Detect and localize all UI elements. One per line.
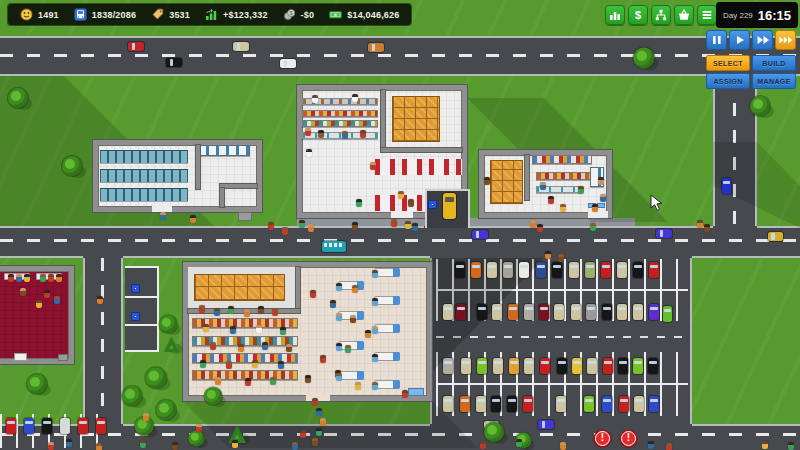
bus-sprite [322,241,346,252]
parked-car-sprite [633,262,643,278]
road-centerline [0,239,800,242]
appliance-store-building[interactable] [93,140,262,212]
vending-machine[interactable] [14,353,27,361]
pallet-stack[interactable] [392,96,440,142]
person-sprite [600,194,606,202]
pause-button[interactable] [706,30,727,50]
parked-car-sprite [476,396,486,412]
expenses-value: -$0 [301,10,315,20]
parked-car-sprite [443,396,453,412]
bus-icon [74,8,87,21]
person-sprite [292,442,298,450]
parked-car-sprite [540,358,550,374]
person-sprite [312,398,318,406]
pallet-stack[interactable] [490,160,523,204]
appliance-shelf[interactable] [100,188,188,201]
select-mode-button[interactable]: SELECT [706,55,750,71]
person-sprite [537,224,543,232]
restaurant-entrance[interactable] [391,211,413,218]
person-sprite [244,309,250,317]
person-sprite [36,300,42,308]
visitors-stat: 1838/2086 [74,8,136,21]
parked-car-sprite [619,396,629,412]
parked-car-sprite [602,304,612,320]
utility-box [58,354,68,361]
hierarchy-icon [655,9,667,21]
income-value: +$123,332 [223,10,268,20]
appliance-shelf[interactable] [100,150,188,163]
parked-car-sprite [492,304,502,320]
fast-forward-button[interactable] [752,30,773,50]
person-sprite [196,424,202,432]
stats-button[interactable] [605,5,625,25]
menu-button[interactable] [697,5,717,25]
parked-car-sprite [536,262,546,278]
person-sprite [336,283,342,291]
serving-counter[interactable] [302,132,378,139]
staff-button[interactable] [651,5,671,25]
parked-car-sprite [617,304,627,320]
money-icon [329,8,342,21]
parked-car-sprite [569,262,579,278]
person-sprite [280,327,286,335]
parked-car-sprite [649,396,659,412]
fastest-forward-button[interactable] [775,30,796,50]
assign-mode-button[interactable]: ASSIGN [706,73,750,89]
cart-dock[interactable] [408,388,424,396]
person-sprite [360,130,366,138]
toolbar: $ [605,5,717,25]
person-sprite [272,308,278,316]
parked-car-sprite [617,262,627,278]
dollar-icon: $ [632,9,644,21]
store-button[interactable] [674,5,694,25]
supermarket-entrance[interactable] [306,394,330,401]
pallet-stack[interactable] [194,274,285,301]
person-sprite [350,315,356,323]
road-centerline [0,433,800,436]
dumpster[interactable] [238,212,252,221]
warning-alert-icon[interactable]: ! [621,431,636,446]
finances-button[interactable]: $ [628,5,648,25]
food-shelf[interactable] [302,120,378,127]
warning-alert-icon[interactable]: ! [595,431,610,446]
car-sprite [663,306,672,322]
person-sprite [480,441,486,449]
aisle-shelf[interactable] [192,336,298,346]
expenses-stat: $-$0 [283,8,315,21]
parked-car-sprite [503,262,513,278]
appliance-shelf[interactable] [100,169,188,182]
shop-entrance[interactable] [588,211,608,218]
build-mode-button[interactable]: BUILD [752,55,796,71]
person-sprite [140,440,146,448]
car-sprite [722,178,731,194]
person-sprite [258,306,264,314]
bus-stop-sign [428,200,437,209]
store-entrance[interactable] [152,205,172,212]
appliance-units[interactable] [198,145,250,156]
menu-icon [701,9,713,21]
car-sprite [128,42,144,51]
game-viewport[interactable]: !! 14911838/20863531+$123,332$-$0$14,046… [0,0,800,450]
parked-car-sprite [96,418,106,434]
person-sprite [336,313,342,321]
person-sprite [592,204,598,212]
parked-car-sprite [539,304,549,320]
person-sprite [8,274,14,282]
product-shelf[interactable] [536,172,592,180]
road-centerline [0,54,800,57]
person-sprite [256,325,262,333]
restaurant-booths[interactable] [375,159,462,175]
tree [159,315,181,337]
parked-car-sprite [491,396,501,412]
person-sprite [56,274,62,282]
happiness-value: 1491 [38,10,59,20]
play-button[interactable] [729,30,750,50]
manage-mode-button[interactable]: MANAGE [752,73,796,89]
parked-car-sprite [524,358,534,374]
play-icon [733,35,747,45]
tag-icon [151,8,164,21]
product-shelf[interactable] [532,155,592,164]
person-sprite [230,326,236,334]
parked-car-sprite [507,396,517,412]
food-shelf[interactable] [302,110,378,117]
